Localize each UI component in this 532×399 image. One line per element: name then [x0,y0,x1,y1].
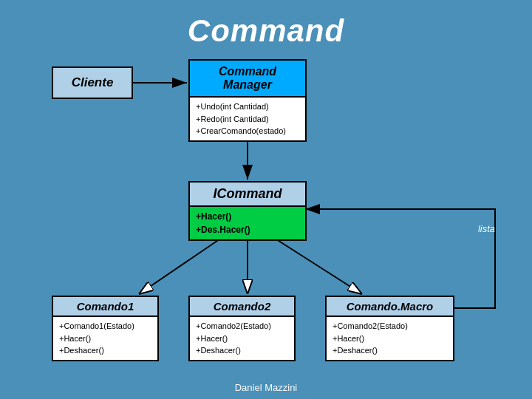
icommand-method-1: +Hacer() [196,210,299,223]
page: Command [0,0,532,399]
comando-macro-header: Comando.Macro [327,297,453,317]
comando1-header: Comando1 [53,297,157,317]
command-manager-method-3: +CrearComando(estado) [196,125,299,137]
lista-label: lista [478,223,495,234]
comando1-method-2: +Hacer() [59,332,151,345]
comando-macro-method-2: +Hacer() [332,332,447,345]
comando2-method-1: +Comando2(Estado) [196,320,288,332]
comando-macro-body: +Comando2(Estado) +Hacer() +Deshacer() [327,317,453,360]
box-comando-macro: Comando.Macro +Comando2(Estado) +Hacer()… [325,296,454,361]
icommand-method-2: +Des.Hacer() [196,223,299,236]
comando1-method-1: +Comando1(Estado) [59,320,151,332]
svg-line-5 [139,233,229,294]
svg-line-7 [266,233,362,294]
comando1-method-3: +Deshacer() [59,344,151,357]
box-cliente: Cliente [52,66,133,99]
diagram: Cliente Command Manager +Undo(int Cantid… [30,52,502,377]
icommand-header: ICommand [190,183,305,207]
page-title: Command [0,0,532,49]
comando-macro-method-1: +Comando2(Estado) [332,320,447,332]
command-manager-header: Command Manager [190,61,305,98]
box-command-manager: Command Manager +Undo(int Cantidad) +Red… [188,59,307,142]
cliente-header: Cliente [53,68,132,93]
comando2-header: Comando2 [190,297,294,317]
box-comando2: Comando2 +Comando2(Estado) +Hacer() +Des… [188,296,296,361]
comando-macro-method-3: +Deshacer() [332,344,447,357]
comando2-method-3: +Deshacer() [196,344,288,357]
command-manager-body: +Undo(int Cantidad) +Redo(int Cantidad) … [190,98,305,140]
author: Daniel Mazzini [0,382,532,393]
box-comando1: Comando1 +Comando1(Estado) +Hacer() +Des… [52,296,159,361]
comando2-body: +Comando2(Estado) +Hacer() +Deshacer() [190,317,294,360]
box-icommand: ICommand +Hacer() +Des.Hacer() [188,181,307,241]
command-manager-method-2: +Redo(int Cantidad) [196,113,299,126]
icommand-body: +Hacer() +Des.Hacer() [190,207,305,239]
comando1-body: +Comando1(Estado) +Hacer() +Deshacer() [53,317,157,360]
command-manager-method-1: +Undo(int Cantidad) [196,100,299,113]
comando2-method-2: +Hacer() [196,332,288,345]
